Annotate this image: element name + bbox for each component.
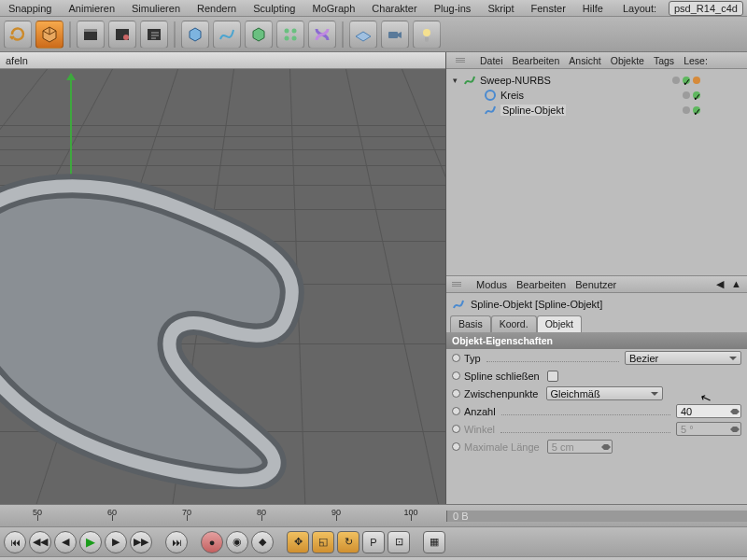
radio-icon[interactable] xyxy=(452,389,460,398)
spline-object-button[interactable] xyxy=(213,21,241,49)
prev-frame-button[interactable]: ◀ xyxy=(54,531,77,553)
typ-dropdown[interactable]: Bezier xyxy=(625,351,741,365)
layout-selector[interactable]: psd_R14_c4d xyxy=(669,1,743,16)
prop-interp: Zwischenpunkte Gleichmäß xyxy=(446,385,747,402)
attrtab-bearbeiten[interactable]: Bearbeiten xyxy=(516,279,566,290)
tree-row-kreis[interactable]: Kreis ✓ xyxy=(446,88,747,103)
next-key-button[interactable]: ▶▶ xyxy=(130,531,152,553)
record-button[interactable]: ● xyxy=(201,531,223,553)
rotate-key-button[interactable]: ↻ xyxy=(337,531,359,553)
nav-back-icon[interactable]: ◀ xyxy=(716,278,724,290)
menu-hilfe[interactable]: Hilfe xyxy=(578,2,608,15)
play-button[interactable]: ▶ xyxy=(79,531,102,553)
svg-point-6 xyxy=(292,28,297,33)
minitab-objekt[interactable]: Objekt xyxy=(537,315,582,332)
floor-button[interactable] xyxy=(349,21,377,49)
radio-icon[interactable] xyxy=(452,407,460,415)
attribute-panel: Modus Bearbeiten Benutzer ◀▲ Spline-Obje… xyxy=(446,275,747,504)
tree-row-sweep[interactable]: ▾ Sweep-NURBS ✓ xyxy=(446,73,747,88)
keyframe-button[interactable]: ◆ xyxy=(251,531,274,553)
attrtab-benutzer[interactable]: Benutzer xyxy=(575,279,616,290)
main-menubar: Snapping Animieren Simulieren Rendern Sc… xyxy=(0,0,747,17)
radio-icon[interactable] xyxy=(452,354,460,362)
objtab-datei[interactable]: Datei xyxy=(480,55,503,66)
render-region-button[interactable] xyxy=(108,21,136,49)
cube-object-button[interactable] xyxy=(181,21,209,49)
menu-rendern[interactable]: Rendern xyxy=(192,2,241,15)
viewport: afeln xyxy=(0,52,446,504)
nav-up-icon[interactable]: ▲ xyxy=(731,278,741,290)
prop-maxlen: Maximale Länge 5 cm xyxy=(446,438,747,455)
close-checkbox[interactable] xyxy=(547,371,558,382)
objtab-objekte[interactable]: Objekte xyxy=(611,55,644,66)
count-input[interactable]: 40 xyxy=(676,404,741,418)
cube-primitive-button[interactable] xyxy=(35,21,63,49)
array-button[interactable] xyxy=(276,21,304,49)
circle-icon xyxy=(484,89,497,102)
object-tree[interactable]: ▾ Sweep-NURBS ✓ Kreis ✓ Spline-Objekt ✓ xyxy=(446,69,747,275)
deformer-button[interactable] xyxy=(308,21,336,49)
radio-icon xyxy=(452,425,460,433)
undo-button[interactable] xyxy=(4,21,32,49)
layout-label: Layout: xyxy=(618,2,661,15)
next-frame-button[interactable]: ▶ xyxy=(105,531,127,553)
menu-plugins[interactable]: Plug-ins xyxy=(430,2,476,15)
menu-mograph[interactable]: MoGraph xyxy=(307,2,359,15)
menu-fenster[interactable]: Fenster xyxy=(527,2,571,15)
menu-charakter[interactable]: Charakter xyxy=(367,2,421,15)
param-key-button[interactable]: P xyxy=(362,531,385,553)
menu-snapping[interactable]: Snapping xyxy=(4,2,57,15)
menu-animieren[interactable]: Animieren xyxy=(64,2,120,15)
attr-mini-tabs: Basis Koord. Objekt xyxy=(446,315,747,332)
scale-key-button[interactable]: ◱ xyxy=(312,531,334,553)
goto-end-button[interactable]: ⏭ xyxy=(165,531,188,553)
objtab-tags[interactable]: Tags xyxy=(654,55,674,66)
attr-section-header: Objekt-Eigenschaften xyxy=(446,332,747,349)
minitab-basis[interactable]: Basis xyxy=(450,315,491,332)
main-toolbar xyxy=(0,17,747,52)
menu-sculpting[interactable]: Sculpting xyxy=(248,2,300,15)
interp-dropdown[interactable]: Gleichmäß xyxy=(546,386,663,400)
prop-angle: Winkel 5 ° xyxy=(446,420,747,438)
goto-start-button[interactable]: ⏮ xyxy=(4,531,26,553)
prop-label: Typ xyxy=(464,353,481,364)
svg-point-11 xyxy=(486,91,495,100)
prop-typ: Typ Bezier xyxy=(446,349,747,367)
spline-icon xyxy=(484,104,497,117)
extra-button[interactable]: ▦ xyxy=(423,531,445,553)
tree-label: Sweep-NURBS xyxy=(480,75,551,86)
prop-close: Spline schließen xyxy=(446,367,747,385)
viewport-canvas[interactable] xyxy=(0,69,445,504)
pla-key-button[interactable]: ⊡ xyxy=(388,531,410,553)
timeline[interactable]: 50 60 70 80 90 100 0 B xyxy=(0,504,747,526)
coord-bar: Position Abmessung Winkel xyxy=(0,556,747,560)
timeline-side: 0 B xyxy=(446,511,747,522)
spline-mesh xyxy=(0,172,388,489)
minitab-koord[interactable]: Koord. xyxy=(491,315,537,332)
viewport-title: afeln xyxy=(0,52,445,69)
right-panel: Datei Bearbeiten Ansicht Objekte Tags Le… xyxy=(446,52,747,504)
move-key-button[interactable]: ✥ xyxy=(287,531,309,553)
camera-button[interactable] xyxy=(381,21,409,49)
attrtab-modus[interactable]: Modus xyxy=(476,279,507,290)
render-settings-button[interactable] xyxy=(140,21,168,49)
render-view-button[interactable] xyxy=(77,21,105,49)
playback-bar: ⏮ ◀◀ ◀ ▶ ▶ ▶▶ ⏭ ● ◉ ◆ ✥ ◱ ↻ P ⊡ ▦ xyxy=(0,526,747,556)
radio-icon[interactable] xyxy=(452,371,460,380)
angle-input: 5 ° xyxy=(676,422,741,436)
objtab-lese[interactable]: Lese: xyxy=(684,55,708,66)
autokey-button[interactable]: ◉ xyxy=(226,531,248,553)
attr-object-header: Spline-Objekt [Spline-Objekt] xyxy=(446,293,747,315)
prop-label: Anzahl xyxy=(464,406,496,417)
prev-key-button[interactable]: ◀◀ xyxy=(29,531,51,553)
objtab-ansicht[interactable]: Ansicht xyxy=(569,55,600,66)
nurbs-button[interactable] xyxy=(245,21,273,49)
objtab-bearbeiten[interactable]: Bearbeiten xyxy=(513,55,560,66)
tree-row-spline[interactable]: Spline-Objekt ✓ xyxy=(446,103,747,118)
timeline-ruler[interactable]: 50 60 70 80 90 100 xyxy=(0,505,446,526)
menu-simulieren[interactable]: Simulieren xyxy=(127,2,185,15)
light-button[interactable] xyxy=(413,21,441,49)
svg-point-8 xyxy=(292,35,297,40)
expand-icon[interactable]: ▾ xyxy=(450,76,459,85)
menu-skript[interactable]: Skript xyxy=(483,2,518,15)
